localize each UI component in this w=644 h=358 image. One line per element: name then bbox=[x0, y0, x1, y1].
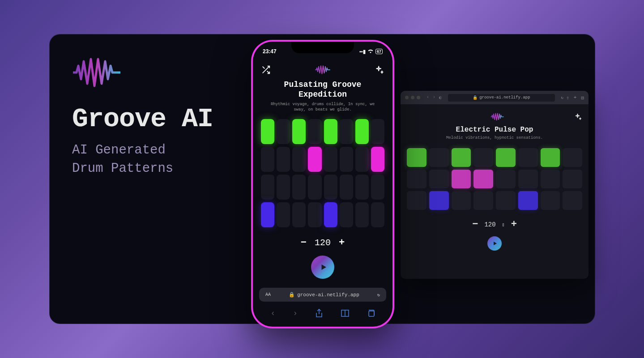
drum-cell[interactable] bbox=[452, 148, 471, 167]
browser-url-bar[interactable]: 🔒 groove-ai.netlify.app bbox=[448, 94, 555, 102]
drum-cell[interactable] bbox=[518, 170, 538, 188]
back-icon[interactable]: ‹ bbox=[426, 95, 429, 100]
drum-cell[interactable] bbox=[355, 147, 369, 172]
share-icon[interactable]: ⇧ bbox=[566, 95, 569, 101]
drum-cell[interactable] bbox=[261, 202, 274, 227]
phone-notch bbox=[291, 42, 354, 53]
lock-icon: 🔒 bbox=[289, 292, 295, 298]
signal-icon: ▪▪▮ bbox=[359, 49, 366, 55]
phone-mockup: 23:47 ▪▪▮ 67 Pulsat bbox=[251, 40, 394, 328]
drum-cell[interactable] bbox=[452, 170, 471, 188]
drum-cell[interactable] bbox=[541, 148, 560, 167]
drum-cell[interactable] bbox=[277, 175, 290, 200]
waveform-logo-icon bbox=[315, 65, 331, 75]
drum-cell[interactable] bbox=[340, 175, 353, 200]
drum-cell[interactable] bbox=[541, 191, 560, 210]
drum-cell[interactable] bbox=[518, 191, 538, 210]
drum-cell[interactable] bbox=[371, 119, 384, 144]
sparkle-icon[interactable] bbox=[574, 113, 582, 121]
drum-cell[interactable] bbox=[518, 148, 538, 167]
drum-cell[interactable] bbox=[371, 202, 384, 227]
drum-cell[interactable] bbox=[429, 191, 449, 210]
drum-cell[interactable] bbox=[355, 119, 369, 144]
drum-cell[interactable] bbox=[407, 191, 426, 210]
drum-cell[interactable] bbox=[355, 202, 369, 227]
text-size-button[interactable]: AA bbox=[265, 292, 271, 297]
drum-cell[interactable] bbox=[473, 148, 493, 167]
drum-cell[interactable] bbox=[496, 148, 516, 167]
desktop-browser-mockup: ‹ › ◐ 🔒 groove-ai.netlify.app ↻ ⇧ + ⊡ bbox=[401, 91, 589, 279]
drum-cell[interactable] bbox=[277, 147, 290, 172]
browser-nav-arrows: ‹ › ◐ bbox=[426, 95, 442, 100]
drum-cell[interactable] bbox=[563, 170, 582, 188]
drum-cell[interactable] bbox=[324, 119, 337, 144]
play-button[interactable] bbox=[311, 256, 334, 279]
drum-cell[interactable] bbox=[277, 202, 290, 227]
tabs-icon[interactable] bbox=[367, 309, 375, 317]
tempo-controls: − 120 ▯ + bbox=[407, 219, 582, 230]
drum-cell[interactable] bbox=[292, 175, 306, 200]
drum-cell[interactable] bbox=[261, 147, 274, 172]
drum-cell[interactable] bbox=[292, 119, 306, 144]
drum-cell[interactable] bbox=[371, 175, 384, 200]
forward-icon[interactable]: › bbox=[293, 309, 298, 318]
share-icon[interactable] bbox=[315, 309, 323, 318]
drum-grid bbox=[261, 119, 384, 227]
drum-cell[interactable] bbox=[261, 119, 274, 144]
drum-cell[interactable] bbox=[473, 170, 493, 188]
drum-cell[interactable] bbox=[407, 170, 426, 188]
drum-cell[interactable] bbox=[541, 170, 560, 188]
play-button[interactable] bbox=[487, 236, 502, 251]
tempo-plus-button[interactable]: + bbox=[339, 237, 345, 248]
drum-cell[interactable] bbox=[340, 147, 353, 172]
drum-cell[interactable] bbox=[340, 202, 353, 227]
tempo-controls: − 120 + bbox=[261, 237, 384, 248]
forward-icon[interactable]: › bbox=[433, 95, 435, 100]
drum-cell[interactable] bbox=[496, 191, 516, 210]
drum-cell[interactable] bbox=[429, 148, 449, 167]
drum-cell[interactable] bbox=[563, 191, 582, 210]
mobile-url-bar[interactable]: AA 🔒 groove-ai.netlify.app ↻ bbox=[259, 288, 386, 302]
tempo-minus-button[interactable]: − bbox=[472, 219, 478, 230]
drum-cell[interactable] bbox=[407, 148, 426, 167]
drum-cell[interactable] bbox=[429, 170, 449, 188]
drum-cell[interactable] bbox=[355, 175, 369, 200]
shield-icon[interactable]: ◐ bbox=[439, 95, 442, 100]
drum-cell[interactable] bbox=[308, 147, 321, 172]
refresh-icon[interactable]: ↻ bbox=[561, 95, 563, 100]
drum-cell[interactable] bbox=[324, 175, 337, 200]
drum-grid bbox=[407, 148, 582, 210]
drum-cell[interactable] bbox=[277, 119, 290, 144]
pattern-title: Electric Pulse Pop bbox=[407, 126, 582, 134]
drum-cell[interactable] bbox=[308, 119, 321, 144]
drum-cell[interactable] bbox=[292, 147, 306, 172]
drum-cell[interactable] bbox=[261, 175, 274, 200]
drum-cell[interactable] bbox=[473, 191, 493, 210]
svg-rect-0 bbox=[369, 311, 374, 316]
drum-cell[interactable] bbox=[292, 202, 306, 227]
drum-cell[interactable] bbox=[563, 148, 582, 167]
drum-cell[interactable] bbox=[452, 191, 471, 210]
drum-cell[interactable] bbox=[340, 119, 353, 144]
battery-icon: 67 bbox=[375, 49, 383, 54]
drum-cell[interactable] bbox=[324, 202, 337, 227]
tabs-icon[interactable]: ⊡ bbox=[581, 95, 584, 101]
new-tab-icon[interactable]: + bbox=[574, 95, 577, 101]
status-time: 23:47 bbox=[263, 48, 277, 55]
sparkle-icon[interactable] bbox=[375, 65, 384, 75]
bookmarks-icon[interactable] bbox=[341, 309, 350, 317]
wifi-icon bbox=[367, 49, 374, 54]
shuffle-icon[interactable] bbox=[261, 65, 271, 75]
tempo-plus-button[interactable]: + bbox=[511, 219, 517, 230]
tempo-minus-button[interactable]: − bbox=[301, 237, 307, 248]
lock-icon: 🔒 bbox=[473, 95, 478, 100]
metronome-icon: ▯ bbox=[502, 222, 505, 227]
drum-cell[interactable] bbox=[371, 147, 384, 172]
drum-cell[interactable] bbox=[496, 170, 516, 188]
drum-cell[interactable] bbox=[308, 175, 321, 200]
app-title: Groove AI bbox=[72, 104, 213, 134]
refresh-icon[interactable]: ↻ bbox=[377, 292, 380, 298]
back-icon[interactable]: ‹ bbox=[270, 309, 275, 318]
drum-cell[interactable] bbox=[324, 147, 337, 172]
drum-cell[interactable] bbox=[308, 202, 321, 227]
